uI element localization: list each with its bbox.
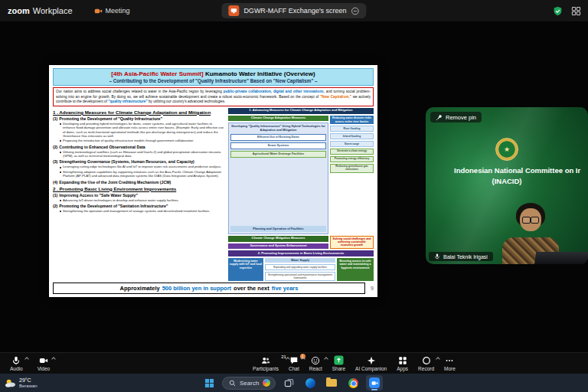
diagram-header-1: 1. Advancing Measures for Climate Change… bbox=[228, 108, 374, 114]
weather-condition: Berawan bbox=[19, 384, 38, 389]
video-button[interactable]: Video bbox=[38, 356, 51, 371]
share-button[interactable]: Share bbox=[332, 355, 345, 371]
chevron-up-icon[interactable] bbox=[51, 357, 56, 361]
audio-button[interactable]: Audio bbox=[10, 356, 23, 371]
react-button[interactable]: React bbox=[309, 356, 322, 371]
org-name-line1: Indonesian National Committee on Ir bbox=[454, 166, 580, 175]
share-label: Share bbox=[332, 366, 345, 371]
record-button[interactable]: Record bbox=[418, 356, 434, 371]
chevron-up-icon[interactable] bbox=[24, 357, 29, 361]
more-dots-icon bbox=[445, 356, 454, 365]
diagram-box-sewer: Sewer Systems bbox=[230, 142, 326, 149]
slide-diagram: 1. Advancing Measures for Climate Change… bbox=[228, 108, 374, 281]
hybrid-technologies-text: Developing "Quality Infrastructure" Usin… bbox=[230, 125, 326, 132]
task-view-button[interactable] bbox=[280, 375, 297, 390]
windows-taskbar: 29°C Berawan Search bbox=[0, 374, 588, 392]
ministry-emblem: ★ bbox=[495, 138, 518, 161]
adaptation-panel: Developing "Quality Infrastructure" Usin… bbox=[228, 122, 328, 234]
start-button[interactable] bbox=[201, 375, 217, 390]
participants-button[interactable]: 21 Participants bbox=[253, 356, 279, 371]
apps-label: Apps bbox=[397, 366, 408, 371]
slide-footer-banner: Approximately 500 billion yen in support… bbox=[53, 283, 365, 294]
edge-icon bbox=[305, 378, 315, 388]
chat-button[interactable]: 1 Chat bbox=[289, 356, 299, 371]
bullet-text: Strengthening the operation and manageme… bbox=[60, 209, 224, 213]
slide-page-number: 9 bbox=[368, 286, 374, 291]
slide-intro-box: Our nation aims to address social challe… bbox=[53, 87, 374, 106]
brand-workplace: Workplace bbox=[33, 6, 73, 15]
search-highlight-icon bbox=[263, 379, 270, 387]
adaptation-measures-bar: Climate Change Adaptation Measures bbox=[228, 116, 328, 122]
zoom-meeting-window: zoom Workplace Meeting DGWR-MAFF Exchang… bbox=[0, 0, 588, 392]
remove-pin-button[interactable]: Remove pin bbox=[430, 112, 482, 122]
participant-name-badge: Balai Teknik Irigasi bbox=[429, 252, 493, 261]
bullet-text: Leveraging cutting-edge technologies lik… bbox=[60, 165, 224, 168]
security-shield-icon[interactable] bbox=[553, 6, 563, 16]
chat-icon bbox=[289, 356, 299, 365]
intro-highlight-blue: public-private collaboration, digital an… bbox=[224, 90, 324, 93]
zoom-toolbar: Audio Video 21 Pa bbox=[0, 352, 588, 374]
video-label: Video bbox=[38, 366, 51, 371]
sanitation-desc: Strengthening operational and maintenanc… bbox=[265, 272, 335, 281]
slide-subtitle: – Contributing to the Development of "Qu… bbox=[55, 78, 371, 84]
footer-amount: 500 billion yen in support bbox=[162, 285, 231, 292]
benefit-box: Generate a clean energy bbox=[330, 149, 374, 155]
chrome-browser-button[interactable] bbox=[345, 375, 361, 390]
org-name-line2: (INACID) bbox=[426, 177, 588, 185]
list-item: (4)Expanding the Use of the Joint Credit… bbox=[53, 180, 224, 185]
benefit-box: Reducing greenhouse gas emissions bbox=[330, 164, 374, 173]
pin-icon bbox=[436, 114, 443, 121]
footer-duration: five years bbox=[272, 285, 299, 292]
outcome-box: Solving social challenges and achieving … bbox=[330, 236, 374, 250]
governance-bar: Governance and System Enhancement bbox=[228, 243, 328, 250]
intro-text: by utilizing our country's advanced tech… bbox=[148, 100, 226, 103]
section2-heading: 2 . Promoting Basic Living Environment I… bbox=[53, 186, 224, 191]
share-screen-icon bbox=[334, 355, 344, 365]
zoom-app-button[interactable] bbox=[366, 375, 383, 390]
weather-widget[interactable]: 29°C Berawan bbox=[5, 377, 38, 389]
mitigation-measures-bar: Climate Change Mitigation Measures bbox=[228, 236, 328, 242]
taskbar-search[interactable]: Search bbox=[222, 377, 276, 390]
risk-chip: Inland flooding bbox=[330, 133, 374, 139]
diagram-box-agriculture: Agricultural Water Drainage Facilities bbox=[230, 151, 326, 158]
ai-companion-button[interactable]: AI Companion bbox=[355, 356, 387, 371]
react-smiley-icon bbox=[311, 356, 320, 365]
list-item: (2)Promoting the Development of "Sanitat… bbox=[53, 204, 224, 213]
risk-reduction-box: Reducing water disaster risks across ent… bbox=[330, 116, 374, 125]
apps-button[interactable]: Apps bbox=[397, 356, 408, 371]
tab-meeting[interactable]: Meeting bbox=[94, 7, 130, 15]
bullet-text: Proposing the introduction of quality in… bbox=[60, 139, 224, 142]
minus-circle-icon[interactable] bbox=[351, 7, 360, 15]
view-grid-icon[interactable] bbox=[571, 6, 581, 16]
weather-icon bbox=[5, 378, 16, 388]
participant-video[interactable]: ★ Indonesian National Committee on Ir (I… bbox=[426, 107, 588, 264]
avatar-glasses bbox=[521, 217, 540, 223]
intro-highlight-orange: "New Capitalism," bbox=[320, 95, 351, 99]
chevron-up-icon[interactable] bbox=[324, 357, 328, 361]
footer-text: Approximately bbox=[120, 285, 160, 292]
chevron-up-icon[interactable] bbox=[436, 357, 440, 361]
risk-chip: Storm surge bbox=[330, 141, 374, 147]
camera-icon bbox=[39, 356, 48, 365]
intro-text: Our nation aims to address social challe… bbox=[56, 90, 224, 93]
mic-icon bbox=[434, 253, 440, 260]
benefit-box: Promoting energy efficiency bbox=[330, 156, 374, 162]
bullet-text: Developing and providing hybrid technolo… bbox=[60, 122, 224, 139]
slide-title-box: [4th Asia-Pacific Water Summit] Kumamoto… bbox=[53, 68, 374, 86]
react-label: React bbox=[309, 366, 322, 371]
list-item: (2)Contributing to Enhanced Observationa… bbox=[53, 145, 224, 158]
shared-presentation-slide: [4th Asia-Pacific Water Summit] Kumamoto… bbox=[49, 65, 377, 297]
list-item: (1)Promoting the Development of "Quality… bbox=[53, 116, 224, 143]
risk-chip: River flooding bbox=[330, 126, 374, 132]
list-item: (3)Strengthening Governance (Systems, Hu… bbox=[53, 159, 224, 178]
task-view-icon bbox=[284, 378, 294, 388]
intro-highlight-blue: "quality infrastructure" bbox=[108, 100, 147, 103]
brand-zoom: zoom bbox=[8, 6, 30, 15]
participants-icon bbox=[261, 356, 270, 365]
ai-companion-icon bbox=[367, 356, 376, 365]
file-explorer-button[interactable] bbox=[323, 375, 340, 390]
shared-screen-pill[interactable]: DGWR-MAFF Exchange's screen bbox=[221, 3, 366, 18]
more-button[interactable]: More bbox=[444, 356, 456, 371]
chrome-icon bbox=[348, 378, 358, 388]
edge-browser-button[interactable] bbox=[302, 375, 318, 390]
